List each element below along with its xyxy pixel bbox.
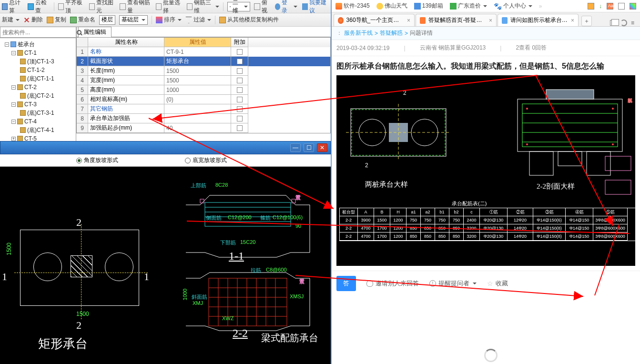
search-input[interactable] [0,27,76,38]
svg-rect-41 [605,180,631,194]
ext-icon[interactable]: Aa [607,3,613,10]
svg-rect-5 [200,199,204,203]
close-icon[interactable]: × [407,17,410,24]
delete-button[interactable]: 删除 [23,16,43,24]
remind-asker-link[interactable]: !提醒提问者 [429,279,477,288]
answer-actions: 答 邀请别人来回答 !提醒提问者 ☆收藏 [332,271,640,296]
foundation-layer-select[interactable]: 基础层 [119,15,148,25]
suggest-link[interactable]: 我要建议 [302,0,329,15]
ext-icon[interactable] [588,3,594,10]
bookmark-weather[interactable]: 佛山天气 [376,2,407,10]
flat-board-top-button[interactable]: 平齐板顶 [58,0,85,15]
property-row[interactable]: 6 相对底标高(m) (0) [77,95,330,104]
rename-button[interactable]: 重命名 [70,16,95,24]
breadcrumb: ： 服务新干线 > 答疑解惑 > 问题详情 [332,27,640,40]
floor-label: 楼层 [99,15,115,25]
crumb-root[interactable]: 服务新干线 [344,29,373,37]
refresh-icon[interactable] [620,20,627,26]
calc-button[interactable]: 总计算 [2,0,24,15]
find-element-button[interactable]: 查找图元 [89,0,116,15]
info-icon: ! [429,280,436,287]
angle-slope-radio[interactable]: 角度放坡形式 [76,156,118,164]
close-icon[interactable]: × [489,17,492,24]
property-row[interactable]: 4 宽度(mm) 1500 [77,76,330,85]
dialog-titlebar[interactable]: — ☐ ✕ [0,141,331,154]
left-construction-app: 总计算 云检查 平齐板顶 查找图元 查看钢筋量 批量选择 钢筋三维 二维 俯视 … [0,0,331,364]
property-row[interactable]: 1 名称 CT-9-1 [77,47,330,57]
property-grid[interactable]: 属性名称 属性值 附加 1 名称 CT-9-1 2 截面形状 矩形承台 3 长度… [76,37,331,133]
property-row[interactable]: 3 长度(mm) 1500 [77,66,330,76]
ext-icon[interactable] [630,3,636,10]
cloud-check-button[interactable]: 云检查 [28,0,50,15]
user-icon [366,280,373,287]
browser-pane: 软件-2345 佛山天气 139邮箱 广东造价 🐾个人中心 » ↓ Aa 360… [331,0,640,364]
tab-360nav[interactable]: 360导航_一个主页，整个…× [334,14,415,26]
bookmark-personal[interactable]: 🐾个人中心 [494,2,532,10]
slope-mode-radios: 角度放坡形式 底宽放坡形式 [0,154,331,167]
browser-tabs: 360导航_一个主页，整个…× 答疑解惑首页-答疑解惑…× 请问如图所示桩承台钢… [332,12,640,27]
svg-rect-27 [546,90,594,99]
svg-rect-39 [558,152,582,166]
invite-answer-link[interactable]: 邀请别人来回答 [366,279,419,288]
minimize-button[interactable]: — [290,143,301,152]
width-slope-radio[interactable]: 底宽放坡形式 [185,156,227,164]
section-dialog: — ☐ ✕ 角度放坡形式 底宽放坡形式 1500 1500 1 1 2 2 矩形… [0,141,331,364]
sort-button[interactable]: 排序 [156,16,182,24]
steel-3d-button[interactable]: 钢筋三维 [187,0,219,15]
svg-rect-40 [605,156,631,171]
favorite-link[interactable]: ☆收藏 [487,279,508,288]
close-button[interactable]: ✕ [317,143,327,152]
tab-qa-home[interactable]: 答疑解惑首页-答疑解惑…× [416,14,497,26]
bookmark-2345[interactable]: 软件-2345 [335,2,370,10]
maximize-button[interactable]: ☐ [304,143,314,152]
property-row[interactable]: 7 其它钢筋 [77,104,330,114]
cad-image-right[interactable]: 2 两桩承台大样 2 2-2剖面大样 氯板配筋 承台配筋表(二) [336,75,635,266]
bookmark-bar: 软件-2345 佛山天气 139邮箱 广东造价 🐾个人中心 » ↓ Aa [332,0,640,12]
question-meta: 2019-03-24 09:32:19 | 云南省 钢筋算量GGJ2013 | … [332,40,640,56]
property-row[interactable]: 5 高度(mm) 1000 [77,85,330,95]
svg-rect-26 [518,99,622,152]
bookmark-139mail[interactable]: 139邮箱 [414,2,443,10]
filter-button[interactable]: 过滤 [185,16,211,24]
tab-current-question[interactable]: 请问如图所示桩承台钢筋…× [498,14,579,26]
property-row[interactable]: 2 截面形状 矩形承台 [77,57,330,66]
svg-point-36 [612,143,614,145]
property-row[interactable]: 9 加强筋起步(mm) 40 [77,123,330,133]
main-toolbar: 总计算 云检查 平齐板顶 查找图元 查看钢筋量 批量选择 钢筋三维 二维 俯视 … [0,0,331,13]
question-title: 图所示桩承台钢筋信息怎么输入。我知道用梁式配筋，但是钢筋1、5信息怎么输 [332,56,640,75]
svg-rect-6 [292,199,295,203]
menu-icon[interactable]: ≡ [631,20,634,26]
copy-from-other-button[interactable]: 从其他楼层复制构件 [219,16,279,24]
ext-icon[interactable]: ↓ [599,3,602,10]
search-icon [77,30,81,35]
window-layout-icon[interactable] [610,20,617,26]
answer-button[interactable]: 答 [336,276,356,291]
crumb-current: 问题详情 [410,29,433,37]
bookmark-gdcost[interactable]: 广东造价 [450,2,487,10]
svg-point-35 [526,143,528,145]
post-views: 2查看 0回答 [516,44,547,52]
svg-rect-28 [522,104,618,147]
loading-spinner-icon [484,349,498,362]
svg-rect-7 [209,278,287,326]
star-icon: ☆ [487,280,493,287]
cad-canvas-left[interactable]: 1500 1500 1 1 2 2 矩形承台 上部筋 8C28 侧面筋 [0,167,331,364]
batch-select-button[interactable]: 批量选择 [156,0,183,15]
ext-icon[interactable] [618,3,625,10]
login-link[interactable]: 登录 [275,0,297,15]
view-2d-select[interactable]: 二维 [227,2,251,11]
copy-button[interactable]: 复制 [47,16,66,24]
svg-point-33 [526,108,528,110]
property-tab[interactable]: 属性编辑 [76,27,331,37]
close-icon[interactable]: × [571,17,574,24]
view-steel-qty-button[interactable]: 查看钢筋量 [120,0,152,15]
new-tab-button[interactable]: ＋ [581,16,592,26]
crumb-section[interactable]: 答疑解惑 [380,29,403,37]
post-time: 2019-03-24 09:32:19 [336,45,389,51]
new-button[interactable]: 新建 [2,16,20,24]
property-row[interactable]: 8 承台单边加强筋 [77,114,330,123]
expander-icon[interactable]: − [5,42,9,47]
rebar-table: 桩台型 A B H a1 a2 b1 b2 c ①筋 ②筋 ③筋 ④筋 ⑤筋 2… [339,208,635,241]
overhead-button[interactable]: 俯视 [254,0,271,15]
post-region: 云南省 钢筋算量GGJ2013 [420,44,486,52]
